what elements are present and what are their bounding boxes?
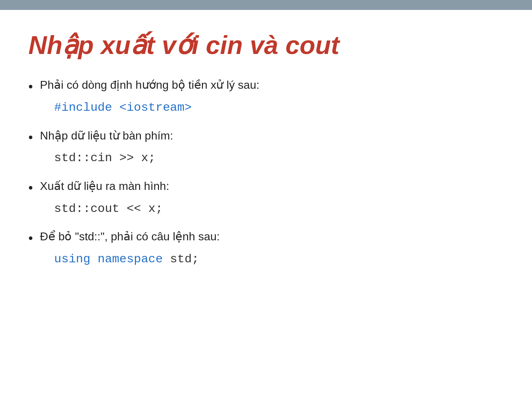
- bullet-dot-4: •: [28, 229, 33, 247]
- bullet-dot-2: •: [28, 129, 33, 146]
- bullet-item-3: • Xuất dữ liệu ra màn hình: std::cout <<…: [28, 178, 504, 217]
- bullet-dot-3: •: [28, 179, 33, 197]
- bullet-text-1: Phải có dòng định hướng bộ tiền xử lý sa…: [40, 77, 259, 93]
- code-cin: std::cin >> x;: [54, 150, 173, 167]
- code-include: #include <iostream>: [54, 99, 259, 116]
- bullet-content-2: Nhập dữ liệu từ bàn phím: std::cin >> x;: [40, 128, 173, 167]
- bullet-content-4: Để bỏ "std::", phải có câu lệnh sau: usi…: [40, 229, 220, 268]
- code-using: using namespace std;: [54, 251, 220, 268]
- slide-title: Nhập xuất với cin và cout: [28, 31, 504, 59]
- bullet-list: • Phải có dòng định hướng bộ tiền xử lý …: [28, 77, 504, 268]
- bullet-dot-1: •: [28, 78, 33, 95]
- bullet-text-3: Xuất dữ liệu ra màn hình:: [40, 178, 169, 194]
- bullet-content-3: Xuất dữ liệu ra màn hình: std::cout << x…: [40, 178, 169, 217]
- bullet-item-4: • Để bỏ "std::", phải có câu lệnh sau: u…: [28, 229, 504, 268]
- code-using-keyword: using namespace: [54, 252, 163, 266]
- bullet-content-1: Phải có dòng định hướng bộ tiền xử lý sa…: [40, 77, 259, 116]
- top-bar: [0, 0, 532, 10]
- bullet-text-4: Để bỏ "std::", phải có câu lệnh sau:: [40, 229, 220, 245]
- bullet-item-1: • Phải có dòng định hướng bộ tiền xử lý …: [28, 77, 504, 116]
- code-using-std: std;: [163, 252, 199, 266]
- bullet-item-2: • Nhập dữ liệu từ bàn phím: std::cin >> …: [28, 128, 504, 167]
- code-cout: std::cout << x;: [54, 201, 169, 218]
- slide-container: Nhập xuất với cin và cout • Phải có dòng…: [0, 10, 532, 301]
- bullet-text-2: Nhập dữ liệu từ bàn phím:: [40, 128, 173, 144]
